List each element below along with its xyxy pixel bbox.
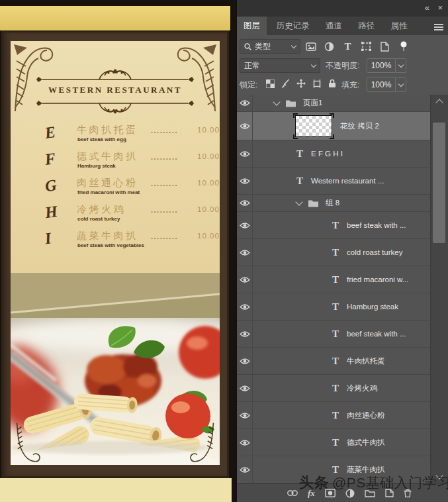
layer-name: 冷烤火鸡 — [347, 383, 377, 393]
eye-icon — [240, 222, 250, 229]
eye-icon — [240, 303, 250, 311]
visibility-toggle[interactable] — [237, 266, 253, 293]
layer-row[interactable]: T肉丝通心粉 — [237, 402, 431, 429]
layer-row[interactable]: THamburg steak — [237, 293, 431, 321]
filter-shape-layers-icon[interactable] — [360, 40, 373, 53]
visibility-toggle[interactable] — [237, 456, 253, 483]
type-layer-icon: T — [332, 438, 339, 448]
lock-all-icon[interactable] — [328, 79, 336, 88]
tab-channels[interactable]: 通道 — [319, 17, 349, 35]
layer-row[interactable]: T牛肉扒托蛋 — [237, 348, 431, 375]
watermark: 头条@PS基础入门学习 — [299, 473, 448, 493]
watermark-text: @PS基础入门学习 — [332, 475, 448, 490]
lock-label: 锁定: — [240, 79, 257, 91]
menu-item-leader: ......... — [151, 126, 178, 134]
layer-row[interactable]: Tbeef steak with ... — [237, 212, 431, 239]
search-icon — [244, 43, 251, 50]
menu-item-leader: ......... — [151, 206, 178, 214]
visibility-toggle[interactable] — [237, 348, 253, 374]
layer-row[interactable]: T冷烤火鸡 — [237, 375, 431, 402]
menu-item-name-en: cold roast turkey — [77, 216, 120, 222]
eye-icon — [240, 385, 250, 392]
layer-row[interactable]: TWestern restaurant ... — [237, 168, 431, 195]
menu-item-name-zh: 肉丝通心粉 — [77, 177, 138, 189]
filter-smart-objects-icon[interactable] — [379, 40, 391, 53]
expand-chevron-icon[interactable] — [273, 98, 280, 105]
lock-pixels-brush-icon[interactable] — [281, 79, 290, 88]
filter-type-layers-icon[interactable]: T — [341, 40, 354, 53]
menu-document-frame: WESTERN RESTAURANT E牛肉扒托蛋beef steak with… — [1, 30, 229, 478]
layers-scrollbar[interactable] — [430, 95, 448, 483]
lock-position-move-icon[interactable] — [296, 79, 306, 88]
visibility-toggle[interactable] — [237, 402, 253, 428]
opacity-value[interactable]: 100% — [367, 58, 396, 73]
menu-item-price: 10.00 — [197, 179, 220, 187]
visibility-toggle[interactable] — [237, 429, 253, 456]
visibility-toggle[interactable] — [237, 112, 253, 140]
expand-chevron-icon[interactable] — [295, 198, 302, 205]
menu-item-price: 10.00 — [197, 205, 220, 213]
eye-icon — [240, 330, 250, 338]
menu-item-letter: I — [44, 229, 52, 248]
lock-transparency-icon[interactable] — [266, 79, 275, 88]
layer-row[interactable]: 页面1 — [237, 95, 431, 112]
eye-icon — [240, 99, 250, 107]
opacity-label: 不透明度: — [326, 60, 359, 72]
visibility-toggle[interactable] — [237, 239, 253, 266]
layer-row[interactable]: T德式牛肉扒 — [237, 429, 431, 456]
panel-menu-icon[interactable] — [434, 24, 443, 25]
layers-controls: 类型 T — [237, 35, 448, 95]
visibility-toggle[interactable] — [237, 293, 253, 320]
scroll-up-icon[interactable] — [435, 99, 443, 106]
tab-layers[interactable]: 图层 — [237, 17, 267, 35]
layer-row[interactable]: Tbeef steak with ... — [237, 321, 431, 348]
layer-name: cold roast turkey — [347, 248, 402, 256]
layer-name: 牛肉扒托蛋 — [347, 356, 385, 366]
tab-history[interactable]: 历史记录 — [269, 17, 316, 35]
layer-name: fried macaroni w... — [347, 276, 408, 283]
collapse-panels-icon[interactable]: « — [425, 3, 429, 13]
blend-mode-dropdown[interactable]: 正常 — [240, 58, 320, 73]
tab-properties[interactable]: 属性 — [384, 17, 414, 35]
lock-artboard-icon[interactable] — [312, 79, 322, 88]
opacity-chevron[interactable] — [396, 58, 406, 73]
visibility-toggle[interactable] — [237, 375, 253, 401]
close-panel-icon[interactable]: × — [437, 3, 443, 13]
eye-icon — [240, 199, 250, 207]
layer-thumbnail[interactable] — [295, 115, 332, 137]
menu-items: E牛肉扒托蛋beef steak with egg.........10.00F… — [11, 124, 220, 256]
menu-item: G肉丝通心粉fried macaroni with meat.........1… — [11, 177, 220, 203]
visibility-toggle[interactable] — [237, 321, 253, 347]
type-layer-icon: T — [332, 356, 339, 366]
link-layers-icon[interactable] — [287, 490, 298, 496]
panel-tab-bar: 图层 历史记录 通道 路径 属性 — [237, 17, 448, 35]
menu-item-name-en: fried macaroni with meat — [77, 189, 140, 195]
layer-row[interactable]: Tcold roast turkey — [237, 239, 431, 266]
filter-pixel-layers-icon[interactable] — [304, 40, 317, 53]
fill-value[interactable]: 100% — [367, 77, 396, 92]
layer-row[interactable]: Tfried macaroni w... — [237, 266, 431, 293]
menu-item-name-en: beef steak with egg — [77, 136, 126, 142]
layer-row[interactable]: 花纹 拷贝 2 — [237, 112, 431, 140]
menu-title: WESTERN RESTAURANT — [36, 85, 195, 95]
visibility-toggle[interactable] — [237, 140, 253, 167]
menu-item: H冷烤火鸡cold roast turkey.........10.00 — [11, 203, 220, 230]
eye-icon — [240, 439, 250, 446]
type-layer-icon: T — [332, 221, 339, 230]
visibility-toggle[interactable] — [237, 212, 253, 238]
tab-paths[interactable]: 路径 — [351, 17, 381, 35]
layer-row[interactable]: TE F G H I — [237, 140, 431, 168]
filter-kind-dropdown[interactable]: 类型 — [240, 39, 300, 54]
visibility-toggle[interactable] — [237, 168, 253, 194]
menu-item-name-zh: 牛肉扒托蛋 — [77, 124, 138, 136]
fill-chevron[interactable] — [396, 77, 406, 92]
layer-name: 肉丝通心粉 — [347, 411, 385, 421]
visibility-toggle[interactable] — [237, 195, 253, 211]
scrollbar-thumb[interactable] — [433, 123, 445, 243]
filter-toggle-pin-icon[interactable] — [397, 40, 410, 53]
filter-adjustment-layers-icon[interactable] — [323, 40, 336, 53]
visibility-toggle[interactable] — [237, 95, 253, 111]
menu-item-letter: G — [44, 176, 58, 195]
layer-row[interactable]: 组 8 — [237, 195, 431, 212]
type-layer-icon: T — [332, 411, 339, 421]
